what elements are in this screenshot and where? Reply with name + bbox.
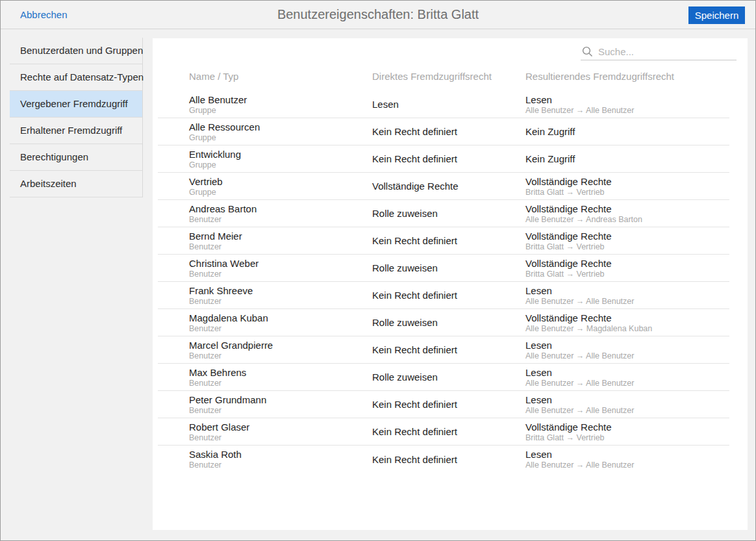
table-row[interactable]: Entwicklung Gruppe Kein Recht definiert …	[158, 145, 729, 173]
sidebar: Benutzerdaten und Gruppen Rechte auf Dat…	[10, 38, 143, 197]
row-type: Benutzer	[189, 297, 372, 307]
resulting-right-cell: Lesen Alle Benutzer → Alle Benutzer	[525, 282, 729, 308]
row-type: Benutzer	[189, 433, 372, 443]
name-cell: Peter Grundmann Benutzer	[158, 391, 372, 418]
row-type: Gruppe	[189, 160, 372, 170]
sidebar-item-label: Vergebener Fremdzugriff	[20, 98, 128, 109]
table-row[interactable]: Bernd Meier Benutzer Kein Recht definier…	[158, 227, 729, 255]
resulting-right-value: Kein Zugriff	[525, 153, 575, 164]
resulting-right-cell: Vollständige Rechte Britta Glatt → Vertr…	[525, 418, 729, 445]
direct-right-cell: Kein Recht definiert	[372, 391, 525, 418]
table-row[interactable]: Vertrieb Gruppe Vollständige Rechte Voll…	[158, 173, 729, 200]
resulting-right-value: Vollständige Rechte	[525, 258, 729, 269]
resulting-right-source: Britta Glatt → Vertrieb	[525, 433, 729, 443]
resulting-right-value: Vollständige Rechte	[525, 203, 729, 214]
table-header: Name / Typ Direktes Fremdzugriffsrecht R…	[158, 71, 729, 82]
resulting-right-cell: Lesen Alle Benutzer → Alle Benutzer	[525, 336, 729, 363]
sidebar-item-1[interactable]: Benutzerdaten und Gruppen	[10, 38, 142, 64]
access-rights-list: Alle Benutzer Gruppe Lesen Lesen Alle Be…	[158, 91, 729, 473]
cancel-button[interactable]: Abbrechen	[20, 1, 68, 29]
resulting-right-cell: Vollständige Rechte Alle Benutzer → Andr…	[525, 200, 729, 227]
resulting-right-value: Lesen	[525, 94, 729, 105]
row-name: Alle Benutzer	[189, 94, 372, 105]
row-type: Benutzer	[189, 406, 372, 416]
resulting-right-source: Alle Benutzer → Alle Benutzer	[525, 297, 729, 307]
table-row[interactable]: Andreas Barton Benutzer Rolle zuweisen V…	[158, 200, 729, 227]
table-row[interactable]: Saskia Roth Benutzer Kein Recht definier…	[158, 446, 729, 473]
row-type: Gruppe	[189, 188, 372, 197]
content-panel: Name / Typ Direktes Fremdzugriffsrecht R…	[153, 38, 748, 530]
table-row[interactable]: Peter Grundmann Benutzer Kein Recht defi…	[158, 391, 729, 418]
resulting-right-cell: Vollständige Rechte Britta Glatt → Vertr…	[525, 173, 729, 199]
resulting-right-cell: Vollständige Rechte Alle Benutzer → Magd…	[525, 309, 729, 336]
direct-right-cell: Kein Recht definiert	[372, 145, 525, 172]
resulting-right-value: Lesen	[525, 340, 729, 351]
sidebar-item-label: Arbeitszeiten	[20, 178, 77, 189]
row-type: Benutzer	[189, 215, 372, 225]
table-row[interactable]: Marcel Grandpierre Benutzer Kein Recht d…	[158, 336, 729, 364]
resulting-right-source: Alle Benutzer → Alle Benutzer	[525, 406, 729, 416]
resulting-right-value: Vollständige Rechte	[525, 312, 729, 323]
user-properties-window: Abbrechen Benutzereigenschaften: Britta …	[0, 0, 756, 541]
name-cell: Magdalena Kuban Benutzer	[158, 309, 372, 336]
resulting-right-value: Vollständige Rechte	[525, 176, 729, 187]
name-cell: Saskia Roth Benutzer	[158, 446, 372, 473]
name-cell: Robert Glaser Benutzer	[158, 418, 372, 445]
resulting-right-value: Lesen	[525, 394, 729, 405]
row-name: Max Behrens	[189, 367, 372, 378]
save-button[interactable]: Speichern	[688, 6, 745, 24]
search-icon	[582, 46, 593, 57]
row-name: Marcel Grandpierre	[189, 340, 372, 351]
row-name: Alle Ressourcen	[189, 121, 372, 132]
table-row[interactable]: Frank Shreeve Benutzer Kein Recht defini…	[158, 282, 729, 309]
name-cell: Frank Shreeve Benutzer	[158, 282, 372, 308]
table-row[interactable]: Christina Weber Benutzer Rolle zuweisen …	[158, 255, 729, 282]
row-name: Saskia Roth	[189, 449, 372, 460]
resulting-right-source: Britta Glatt → Vertrieb	[525, 188, 729, 197]
resulting-right-cell: Lesen Alle Benutzer → Alle Benutzer	[525, 364, 729, 390]
name-cell: Max Behrens Benutzer	[158, 364, 372, 390]
row-name: Peter Grundmann	[189, 394, 372, 405]
sidebar-item-2[interactable]: Rechte auf Datensatz-Typen	[10, 64, 142, 91]
name-cell: Marcel Grandpierre Benutzer	[158, 336, 372, 363]
row-type: Gruppe	[189, 133, 372, 143]
resulting-right-source: Britta Glatt → Vertrieb	[525, 242, 729, 252]
sidebar-item-4[interactable]: Erhaltener Fremdzugriff	[10, 118, 142, 144]
direct-right-cell: Kein Recht definiert	[372, 118, 525, 145]
row-name: Vertrieb	[189, 176, 372, 187]
resulting-right-source: Alle Benutzer → Alle Benutzer	[525, 106, 729, 116]
sidebar-item-6[interactable]: Arbeitszeiten	[10, 171, 142, 197]
table-row[interactable]: Max Behrens Benutzer Rolle zuweisen Lese…	[158, 364, 729, 391]
resulting-right-cell: Kein Zugriff	[525, 145, 729, 172]
name-cell: Entwicklung Gruppe	[158, 145, 372, 172]
resulting-right-cell: Lesen Alle Benutzer → Alle Benutzer	[525, 391, 729, 418]
table-row[interactable]: Alle Ressourcen Gruppe Kein Recht defini…	[158, 118, 729, 145]
column-header-resulting-right: Resultierendes Fremdzugriffsrecht	[525, 71, 729, 82]
sidebar-item-label: Benutzerdaten und Gruppen	[20, 45, 143, 56]
name-cell: Bernd Meier Benutzer	[158, 227, 372, 254]
sidebar-item-3[interactable]: Vergebener Fremdzugriff	[10, 91, 142, 118]
direct-right-cell: Kein Recht definiert	[372, 282, 525, 308]
row-type: Benutzer	[189, 242, 372, 252]
row-type: Benutzer	[189, 270, 372, 279]
table-row[interactable]: Robert Glaser Benutzer Kein Recht defini…	[158, 418, 729, 446]
sidebar-item-5[interactable]: Berechtigungen	[10, 144, 142, 171]
resulting-right-cell: Vollständige Rechte Britta Glatt → Vertr…	[525, 227, 729, 254]
resulting-right-source: Alle Benutzer → Andreas Barton	[525, 215, 729, 225]
name-cell: Alle Ressourcen Gruppe	[158, 118, 372, 145]
resulting-right-source: Alle Benutzer → Magdalena Kuban	[525, 324, 729, 334]
resulting-right-value: Vollständige Rechte	[525, 421, 729, 433]
name-cell: Vertrieb Gruppe	[158, 173, 372, 199]
row-name: Entwicklung	[189, 149, 372, 160]
table-row[interactable]: Alle Benutzer Gruppe Lesen Lesen Alle Be…	[158, 91, 729, 118]
resulting-right-source: Alle Benutzer → Alle Benutzer	[525, 379, 729, 388]
resulting-right-value: Lesen	[525, 285, 729, 296]
resulting-right-cell: Kein Zugriff	[525, 118, 729, 145]
direct-right-cell: Rolle zuweisen	[372, 309, 525, 336]
row-name: Bernd Meier	[189, 231, 372, 242]
resulting-right-cell: Vollständige Rechte Britta Glatt → Vertr…	[525, 255, 729, 281]
table-row[interactable]: Magdalena Kuban Benutzer Rolle zuweisen …	[158, 309, 729, 336]
row-name: Andreas Barton	[189, 203, 372, 214]
search-input[interactable]	[598, 44, 735, 59]
column-header-name-typ: Name / Typ	[158, 71, 372, 82]
